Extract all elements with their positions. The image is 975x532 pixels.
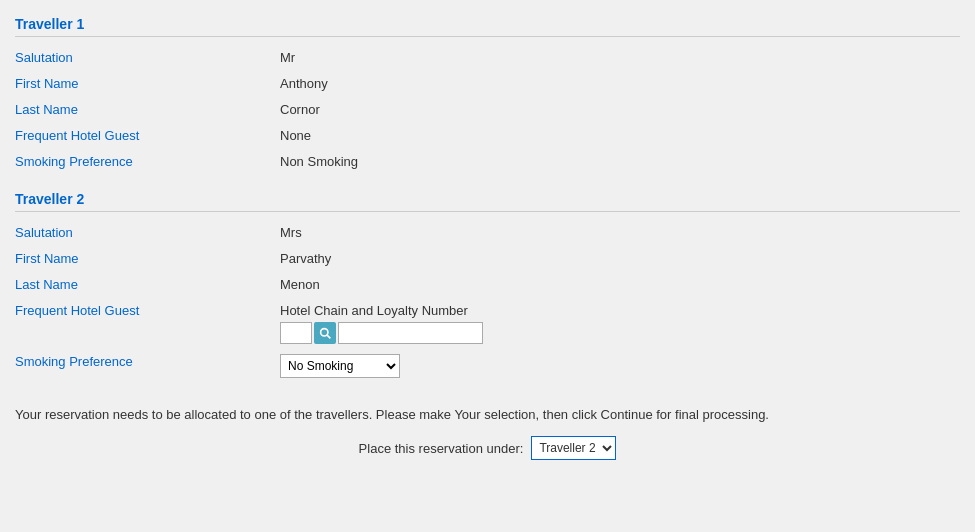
hotel-chain-search-button[interactable] (314, 322, 336, 344)
traveller1-frequent-guest-label: Frequent Hotel Guest (15, 128, 280, 143)
traveller1-firstname-row: First Name Anthony (15, 71, 960, 97)
traveller2-salutation-label: Salutation (15, 225, 280, 240)
traveller1-lastname-label: Last Name (15, 102, 280, 117)
hotel-chain-code-input[interactable] (280, 322, 312, 344)
search-icon (319, 327, 332, 340)
traveller1-smoking-pref-row: Smoking Preference Non Smoking (15, 149, 960, 175)
traveller2-salutation-row: Salutation Mrs (15, 220, 960, 246)
reservation-under-select[interactable]: Traveller 1Traveller 2 (531, 436, 616, 460)
hotel-chain-inputs (280, 322, 483, 344)
traveller1-section: Traveller 1 Salutation Mr First Name Ant… (15, 10, 960, 175)
smoking-preference-select[interactable]: No SmokingSmoking (280, 354, 400, 378)
traveller1-lastname-value: Cornor (280, 102, 320, 117)
traveller1-firstname-label: First Name (15, 76, 280, 91)
traveller2-frequent-guest-label: Frequent Hotel Guest (15, 303, 280, 318)
traveller2-lastname-label: Last Name (15, 277, 280, 292)
traveller1-heading: Traveller 1 (15, 10, 960, 37)
traveller2-frequent-guest-value: Hotel Chain and Loyalty Number (280, 303, 483, 318)
reservation-under-label: Place this reservation under: (359, 441, 524, 456)
traveller2-heading: Traveller 2 (15, 185, 960, 212)
traveller2-smoking-pref-row: Smoking Preference No SmokingSmoking (15, 349, 960, 383)
svg-line-1 (327, 335, 330, 338)
traveller1-salutation-row: Salutation Mr (15, 45, 960, 71)
smoking-select-container: No SmokingSmoking (280, 354, 400, 378)
traveller2-firstname-row: First Name Parvathy (15, 246, 960, 272)
hotel-loyalty-number-input[interactable] (338, 322, 483, 344)
traveller1-salutation-label: Salutation (15, 50, 280, 65)
traveller1-lastname-row: Last Name Cornor (15, 97, 960, 123)
traveller1-smoking-pref-value: Non Smoking (280, 154, 358, 169)
traveller1-smoking-pref-label: Smoking Preference (15, 154, 280, 169)
traveller1-frequent-guest-row: Frequent Hotel Guest None (15, 123, 960, 149)
traveller2-smoking-pref-label: Smoking Preference (15, 354, 280, 369)
traveller1-salutation-value: Mr (280, 50, 295, 65)
traveller2-frequent-guest-row: Frequent Hotel Guest Hotel Chain and Loy… (15, 298, 960, 349)
traveller2-firstname-value: Parvathy (280, 251, 331, 266)
traveller2-lastname-row: Last Name Menon (15, 272, 960, 298)
hotel-guest-value-block: Hotel Chain and Loyalty Number (280, 303, 483, 344)
reservation-under-row: Place this reservation under: Traveller … (15, 436, 960, 460)
traveller1-firstname-value: Anthony (280, 76, 328, 91)
traveller1-frequent-guest-value: None (280, 128, 311, 143)
traveller2-section: Traveller 2 Salutation Mrs First Name Pa… (15, 185, 960, 383)
notice-text: Your reservation needs to be allocated t… (15, 407, 769, 422)
traveller2-firstname-label: First Name (15, 251, 280, 266)
notice-area: Your reservation needs to be allocated t… (15, 403, 960, 426)
svg-point-0 (320, 328, 327, 335)
traveller2-lastname-value: Menon (280, 277, 320, 292)
traveller2-salutation-value: Mrs (280, 225, 302, 240)
